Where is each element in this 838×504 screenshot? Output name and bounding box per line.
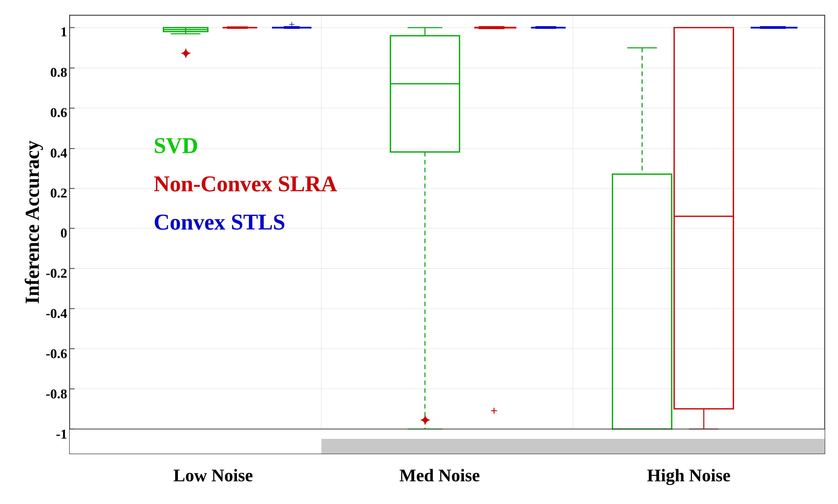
y-tick-n1: -1 xyxy=(50,426,67,442)
y-tick-04: 0.4 xyxy=(45,145,67,161)
svg-text:+: + xyxy=(491,404,498,418)
y-tick-0: 0 xyxy=(52,225,67,241)
legend: SVD Non-Convex SLRA Convex STLS xyxy=(154,129,337,239)
x-label-high-noise: High Noise xyxy=(583,465,794,486)
svg-text:✦: ✦ xyxy=(419,413,431,428)
x-label-med-noise: Med Noise xyxy=(334,465,546,486)
y-tick-08: 0.8 xyxy=(45,65,67,80)
chart-container: Inference Accuracy xyxy=(0,0,838,504)
y-tick-1: 1 xyxy=(48,24,67,39)
y-tick-06: 0.6 xyxy=(45,105,67,120)
svg-text:✦: ✦ xyxy=(180,47,191,61)
y-tick-n06: -0.6 xyxy=(42,346,67,361)
svg-rect-25 xyxy=(390,36,460,152)
svg-rect-39 xyxy=(613,174,672,429)
x-label-low-noise: Low Noise xyxy=(107,465,319,486)
y-tick-n04: -0.4 xyxy=(42,306,67,321)
y-tick-n08: -0.8 xyxy=(42,386,67,401)
legend-stls: Convex STLS xyxy=(154,205,337,239)
legend-slra: Non-Convex SLRA xyxy=(154,167,337,200)
svg-rect-41 xyxy=(674,28,734,409)
chart-area: ✦ + xyxy=(69,15,825,454)
svg-text:+: + xyxy=(289,18,295,31)
legend-svd: SVD xyxy=(154,129,337,162)
y-tick-n02: -0.2 xyxy=(42,265,67,281)
y-tick-02: 0.2 xyxy=(45,185,67,201)
